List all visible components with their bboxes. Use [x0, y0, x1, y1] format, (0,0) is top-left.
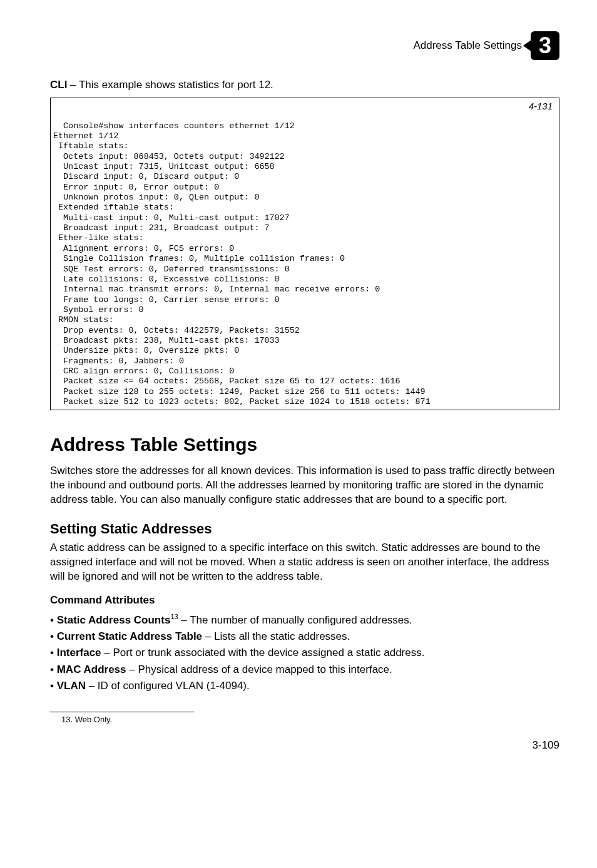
subsection-heading: Setting Static Addresses	[50, 521, 559, 537]
attributes-list: Static Address Counts13 – The number of …	[50, 612, 559, 694]
list-item: Interface – Port or trunk associated wit…	[50, 645, 559, 661]
section-heading: Address Table Settings	[50, 434, 559, 455]
page-number: 3-109	[50, 739, 559, 752]
attr-term: MAC Address	[57, 664, 126, 675]
list-item: MAC Address – Physical address of a devi…	[50, 662, 559, 678]
attr-term: Current Static Address Table	[57, 630, 202, 642]
list-item: Static Address Counts13 – The number of …	[50, 612, 559, 628]
cli-intro: CLI – This example shows statistics for …	[50, 79, 559, 91]
footnote-rule	[50, 712, 194, 712]
running-title: Address Table Settings	[413, 39, 522, 52]
attr-term: Static Address Counts	[57, 614, 171, 626]
attr-desc: – ID of configured VLAN (1-4094).	[86, 680, 250, 692]
command-attributes-heading: Command Attributes	[50, 594, 559, 607]
code-content: Console#show interfaces counters etherne…	[53, 121, 431, 406]
attr-sup: 13	[170, 613, 178, 620]
list-item: Current Static Address Table – Lists all…	[50, 628, 559, 645]
code-block: 4-131 Console#show interfaces counters e…	[50, 98, 559, 410]
attr-term: VLAN	[57, 680, 86, 692]
attr-desc: – Lists all the static addresses.	[202, 630, 350, 642]
cli-label: CLI	[50, 79, 67, 91]
subsection-body: A static address can be assigned to a sp…	[50, 541, 559, 584]
page-header: Address Table Settings 3	[50, 31, 559, 60]
attr-term: Interface	[57, 647, 101, 659]
chapter-badge-icon: 3	[531, 31, 559, 60]
code-page-ref: 4-131	[529, 101, 553, 112]
section-body: Switches store the addresses for all kno…	[50, 464, 559, 507]
attr-desc: – Port or trunk associated with the devi…	[101, 647, 425, 659]
cli-intro-text: – This example shows statistics for port…	[67, 79, 273, 91]
list-item: VLAN – ID of configured VLAN (1-4094).	[50, 678, 559, 694]
footnote: 13. Web Only.	[61, 715, 559, 724]
attr-desc: – Physical address of a device mapped to…	[126, 664, 392, 675]
attr-desc: – The number of manually configured addr…	[178, 614, 412, 626]
